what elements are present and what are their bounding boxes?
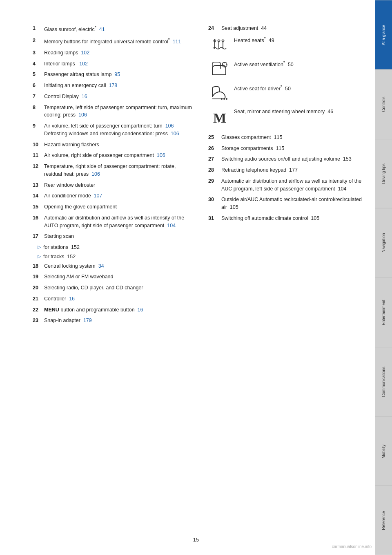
list-item: 20 Selecting radio, CD player, and CD ch… — [33, 284, 192, 292]
item-text: Seat, mirror and steering wheel memory 4… — [234, 108, 333, 116]
sidebar-tab-navigation[interactable]: Navigation — [375, 208, 392, 278]
right-column: 24 Seat adjustment 44 — [208, 25, 368, 530]
page-ref[interactable]: 46 — [327, 109, 333, 114]
page-ref[interactable]: 105 — [311, 215, 319, 221]
page-ref[interactable]: 102 — [79, 61, 88, 67]
item-text: Glass sunroof, electric* 41 — [44, 25, 192, 34]
page-number: 15 — [193, 537, 199, 543]
item-text: Switching audio sources on/off and adjus… — [221, 155, 352, 163]
page-ref[interactable]: 105 — [230, 204, 238, 210]
bullet-icon: ▷ — [38, 244, 41, 251]
list-item: 11 Air volume, right side of passenger c… — [33, 152, 192, 159]
page-ref[interactable]: 111 — [173, 39, 181, 45]
right-list-item: 28 Retracting telephone keypad 177 — [208, 166, 368, 174]
heated-seats-icon — [212, 37, 228, 52]
sub-item-tracks: ▷ for tracks 152 — [38, 253, 192, 261]
page-ref[interactable]: 107 — [94, 193, 102, 199]
list-item: 8 Temperature, left side of passenger co… — [33, 104, 192, 119]
page-ref[interactable]: 102 — [81, 50, 89, 56]
right-list-item: 25 Glasses compartment 115 — [208, 134, 368, 141]
item-text: Air conditioner mode 107 — [44, 192, 192, 200]
item-number: 22 — [33, 306, 44, 314]
page-ref[interactable]: 115 — [274, 134, 283, 140]
sidebar-tab-controls[interactable]: Controls — [375, 69, 392, 139]
item-text: Temperature, right side of passenger com… — [44, 163, 192, 178]
item-text: Temperature, left side of passenger comp… — [44, 104, 192, 119]
item-text: Opening the glove compartment — [44, 203, 192, 211]
page-ref[interactable]: 106 — [157, 152, 165, 158]
list-item: 4 Interior lamps 102 — [33, 60, 192, 68]
item-number: 29 — [208, 177, 221, 193]
page-ref[interactable]: 41 — [99, 27, 105, 32]
page-ref[interactable]: 16 — [82, 94, 87, 99]
item-number: 6 — [33, 82, 44, 90]
item-text: Switching off automatic climate control … — [221, 215, 319, 222]
page-ref[interactable]: 177 — [289, 167, 298, 173]
list-item: 10 Hazard warning flashers — [33, 141, 192, 149]
item-number: 7 — [33, 93, 44, 101]
page-ref[interactable]: 153 — [343, 156, 352, 162]
icon-item-seat-memory: M Seat, mirror and steering wheel memory… — [208, 108, 368, 126]
svg-point-9 — [221, 98, 223, 100]
svg-text:M: M — [213, 110, 226, 125]
item-text: MENU button and programmable button 16 — [44, 306, 192, 314]
seat-driver-icon-box — [208, 84, 231, 102]
seat-ventilation-icon — [210, 60, 229, 77]
item-number: 23 — [33, 317, 44, 324]
list-item: 12 Temperature, right side of passenger … — [33, 163, 192, 178]
page-ref[interactable]: 115 — [276, 145, 284, 151]
item-number: 18 — [33, 262, 44, 270]
item-number: 31 — [208, 215, 221, 222]
item-text: Selecting radio, CD player, and CD chang… — [44, 284, 192, 292]
list-item: 17 Starting scan — [33, 233, 192, 240]
page-ref[interactable]: 34 — [98, 263, 104, 269]
item-text: Seat adjustment 44 — [221, 25, 267, 32]
page-ref[interactable]: 179 — [83, 318, 92, 323]
item-number: 27 — [208, 155, 221, 163]
page-ref[interactable]: 106 — [78, 112, 87, 118]
page-ref[interactable]: 16 — [69, 296, 75, 302]
bullet-icon: ▷ — [38, 253, 41, 261]
page-ref[interactable]: 152 — [71, 244, 80, 250]
item-number: 20 — [33, 284, 44, 292]
page-ref[interactable]: 106 — [171, 131, 179, 137]
item-text: Automatic air distribution and airflow a… — [221, 177, 368, 193]
item-number: 3 — [33, 49, 44, 57]
item-number: 8 — [33, 104, 44, 119]
sidebar-tab-at-a-glance[interactable]: At a glance — [375, 0, 392, 69]
main-content: 1 Glass sunroof, electric* 41 2 Memory b… — [0, 0, 392, 555]
item-number: 15 — [33, 203, 44, 211]
item-text: Storage compartments 115 — [221, 145, 284, 152]
sub-item-stations: ▷ for stations 152 — [38, 244, 192, 251]
page-ref[interactable]: 44 — [261, 25, 267, 31]
page-ref[interactable]: 50 — [288, 62, 294, 67]
item-text: Interior lamps 102 — [44, 60, 192, 68]
page-ref[interactable]: 95 — [114, 72, 120, 77]
list-item: 5 Passenger airbag status lamp 95 — [33, 71, 192, 78]
page-ref[interactable]: 49 — [269, 38, 274, 43]
sidebar-tab-reference[interactable]: Reference — [375, 486, 392, 555]
item-text: Retracting telephone keypad 177 — [221, 166, 298, 174]
sub-item-text: for tracks 152 — [43, 253, 76, 261]
seat-ventilation-icon-box — [208, 60, 231, 78]
item-number: 1 — [33, 25, 44, 34]
page-ref[interactable]: 106 — [91, 171, 100, 177]
page-ref[interactable]: 104 — [338, 186, 347, 192]
sidebar-tab-driving-tips[interactable]: Driving tips — [375, 139, 392, 208]
item-number: 5 — [33, 71, 44, 78]
page-ref[interactable]: 104 — [167, 223, 176, 228]
item-text: Active seat for driver* 50 — [234, 84, 291, 93]
left-column: 1 Glass sunroof, electric* 41 2 Memory b… — [33, 25, 192, 530]
page-ref[interactable]: 106 — [165, 123, 174, 129]
sidebar-tab-entertainment[interactable]: Entertainment — [375, 278, 392, 347]
page-ref[interactable]: 152 — [67, 254, 76, 260]
sidebar-tab-mobility[interactable]: Mobility — [375, 416, 392, 486]
sidebar-tab-communications[interactable]: Communications — [375, 347, 392, 416]
item-number: 16 — [33, 214, 44, 230]
page-ref[interactable]: 50 — [285, 86, 291, 92]
page-ref[interactable]: 16 — [138, 307, 143, 313]
svg-point-10 — [223, 98, 225, 100]
item-number: 11 — [33, 152, 44, 159]
page-ref[interactable]: 178 — [109, 83, 117, 88]
item-number: 25 — [208, 134, 221, 141]
